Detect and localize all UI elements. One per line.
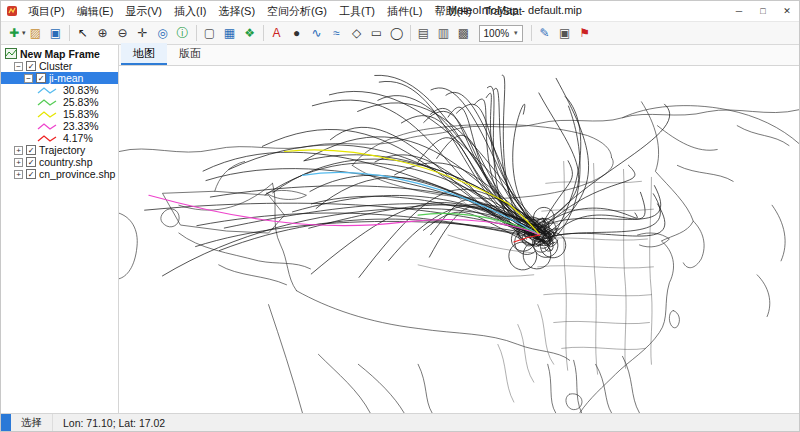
ellipse-tool-button[interactable]: ◯ — [387, 24, 407, 43]
close-button[interactable]: ✕ — [775, 1, 799, 21]
open-project-button[interactable]: ▨ — [26, 24, 46, 43]
legend-line-icon — [37, 122, 59, 131]
titlebar: 项目(P)编辑(E)显示(V)插入(I)选择(S)空间分析(G)工具(T)插件(… — [1, 1, 799, 21]
tree-item-cn-province-shp[interactable]: + ✓ cn_province.shp — [1, 168, 118, 180]
save-edit-button[interactable]: ▣ — [555, 24, 575, 43]
chevron-down-icon[interactable]: ▾ — [514, 29, 518, 37]
tab-layout[interactable]: 版面 — [167, 43, 213, 65]
tab-map[interactable]: 地图 — [121, 43, 167, 65]
trajectory-layer — [145, 75, 670, 277]
ji-mean-checkbox[interactable]: ✓ — [36, 73, 46, 83]
select-feature-button[interactable]: ▢ — [200, 24, 220, 43]
country-expand-icon[interactable]: + — [14, 158, 23, 167]
chart-button[interactable]: ▥ — [434, 24, 454, 43]
save-project-button[interactable]: ▣ — [46, 24, 66, 43]
menu-item-1[interactable]: 编辑(E) — [71, 1, 120, 21]
map-frame-icon — [5, 48, 17, 61]
layers-panel: New Map Frame − ✓ Cluster − ✓ ji-mean 30… — [1, 45, 119, 413]
country-checkbox[interactable]: ✓ — [26, 157, 36, 167]
statusbar: 选择 Lon: 71.10; Lat: 17.02 — [1, 413, 799, 431]
legend-label: 4.17% — [63, 132, 93, 144]
text-tool-button[interactable]: A — [267, 24, 287, 43]
legend-line-icon — [37, 110, 59, 119]
identify-button[interactable]: ⓘ — [173, 24, 193, 43]
tree-item-map-frame[interactable]: New Map Frame — [1, 48, 118, 60]
pan-tool-button[interactable]: ✛ — [133, 24, 153, 43]
legend-line-icon — [37, 86, 59, 95]
rectangle-tool-button[interactable]: ▭ — [367, 24, 387, 43]
minimize-button[interactable]: ─ — [727, 1, 751, 21]
menu-item-7[interactable]: 插件(L) — [381, 1, 428, 21]
menu-item-3[interactable]: 插入(I) — [168, 1, 212, 21]
tree-item-cluster[interactable]: − ✓ Cluster — [1, 60, 118, 72]
trajectory-checkbox[interactable]: ✓ — [26, 145, 36, 155]
province-expand-icon[interactable]: + — [14, 170, 23, 179]
full-extent-button[interactable]: ◎ — [153, 24, 173, 43]
status-coordinates: Lon: 71.10; Lat: 17.02 — [53, 414, 175, 431]
screenshot-button[interactable]: ▩ — [454, 24, 474, 43]
app-logo-icon — [6, 5, 18, 17]
tree-item-ji-mean[interactable]: − ✓ ji-mean — [1, 72, 118, 84]
maximize-button[interactable]: □ — [751, 1, 775, 21]
status-progress-block — [1, 414, 11, 431]
trajectory-label: Trajectory — [39, 144, 85, 156]
menu-item-6[interactable]: 工具(T) — [333, 1, 381, 21]
toolbar-separator — [263, 25, 264, 41]
select-tool-button[interactable]: ↖ — [73, 24, 93, 43]
zoom-in-tool-button[interactable]: ⊕ — [93, 24, 113, 43]
application-window: 项目(P)编辑(E)显示(V)插入(I)选择(S)空间分析(G)工具(T)插件(… — [0, 0, 800, 432]
add-layer-button[interactable]: ✚ — [4, 24, 24, 43]
cluster-label: Cluster — [39, 60, 72, 72]
menu-item-5[interactable]: 空间分析(G) — [261, 1, 333, 21]
menu-item-0[interactable]: 项目(P) — [22, 1, 71, 21]
legend-item-3[interactable]: 23.33% — [1, 120, 118, 132]
status-mode: 选择 — [11, 414, 53, 431]
legend-item-2[interactable]: 15.83% — [1, 108, 118, 120]
label-button[interactable]: ❖ — [240, 24, 260, 43]
legend-line-icon — [37, 98, 59, 107]
window-title: MeteoInfoMap - default.mip — [448, 4, 582, 16]
boundary-layer — [119, 102, 799, 413]
legend-item-1[interactable]: 25.83% — [1, 96, 118, 108]
map-svg[interactable] — [119, 66, 799, 413]
ji-mean-collapse-icon[interactable]: − — [24, 74, 33, 83]
zoom-out-tool-button[interactable]: ⊖ — [113, 24, 133, 43]
polygon-tool-button[interactable]: ◇ — [347, 24, 367, 43]
zoom-level-value: 100% — [484, 28, 510, 39]
cluster-legend: 30.83%25.83%15.83%23.33%4.17% — [1, 84, 118, 144]
menu-item-2[interactable]: 显示(V) — [119, 1, 168, 21]
legend-item-0[interactable]: 30.83% — [1, 84, 118, 96]
legend-label: 25.83% — [63, 96, 99, 108]
polyline-tool-button[interactable]: ∿ — [307, 24, 327, 43]
edit-tool-button[interactable]: ✎ — [535, 24, 555, 43]
menu-item-4[interactable]: 选择(S) — [212, 1, 261, 21]
marker-button[interactable]: ⚑ — [575, 24, 595, 43]
curve-tool-button[interactable]: ≈ — [327, 24, 347, 43]
legend-line-icon — [37, 134, 59, 143]
map-frame-label: New Map Frame — [20, 48, 100, 60]
toolbar-separator — [410, 25, 411, 41]
chevron-down-icon[interactable]: ▾ — [22, 29, 26, 37]
toolbar-separator — [196, 25, 197, 41]
ji-mean-label: ji-mean — [49, 72, 83, 84]
legend-item-4[interactable]: 4.17% — [1, 132, 118, 144]
point-tool-button[interactable]: ● — [287, 24, 307, 43]
toolbar: ✚▾▨▣↖⊕⊖✛◎ⓘ▢▦❖A●∿≈◇▭◯▤▥▩100%▾✎▣⚑ — [1, 21, 799, 45]
trajectory-expand-icon[interactable]: + — [14, 146, 23, 155]
view-tabbar: 地图 版面 — [119, 45, 799, 66]
legend-label: 30.83% — [63, 84, 99, 96]
window-controls: ─ □ ✕ — [727, 1, 799, 21]
country-label: country.shp — [39, 156, 93, 168]
legend-label: 15.83% — [63, 108, 99, 120]
toolbar-separator — [531, 25, 532, 41]
cluster-checkbox[interactable]: ✓ — [26, 61, 36, 71]
zoom-level-combo[interactable]: 100%▾ — [479, 25, 523, 42]
attribute-table-button[interactable]: ▦ — [220, 24, 240, 43]
province-checkbox[interactable]: ✓ — [26, 169, 36, 179]
cluster-collapse-icon[interactable]: − — [14, 62, 23, 71]
legend-label: 23.33% — [63, 120, 99, 132]
tree-item-country-shp[interactable]: + ✓ country.shp — [1, 156, 118, 168]
grid-button[interactable]: ▤ — [414, 24, 434, 43]
tree-item-trajectory[interactable]: + ✓ Trajectory — [1, 144, 118, 156]
map-canvas[interactable] — [119, 66, 799, 413]
